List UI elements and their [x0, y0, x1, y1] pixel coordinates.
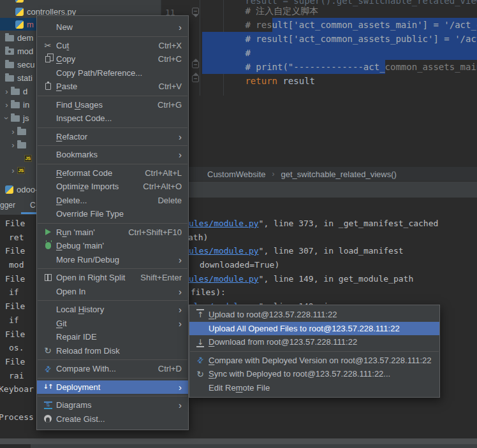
context-menu-item-repair-ide[interactable]: Repair IDE	[37, 330, 188, 344]
deployment-submenu-item-download-from-root-123-57-228-[interactable]: ↓Download from root@123.57.228.111:22	[189, 335, 439, 349]
deployment-submenu-item-upload-all-opened-files-to-roo[interactable]: Upload All Opened Files to root@123.57.2…	[189, 322, 439, 336]
debug-tab-c[interactable]: C	[30, 201, 36, 210]
menu-separator	[38, 36, 187, 37]
deployment-submenu-item-compare-with-deployed-version-[interactable]: ⇄Compare with Deployed Version on root@1…	[189, 354, 439, 368]
context-menu-item-run-main[interactable]: Run 'main'Ctrl+Shift+F10	[37, 226, 188, 240]
menu-separator	[38, 223, 187, 224]
tree-row[interactable]	[0, 0, 161, 4]
menu-item-label: Git	[56, 319, 170, 328]
context-menu-item-compare-with[interactable]: ⇄Compare With...Ctrl+D	[37, 362, 188, 376]
context-menu-item-delete[interactable]: Delete...Delete	[37, 194, 188, 208]
context-menu-item-open-in[interactable]: Open In›	[37, 285, 188, 299]
chevron-right-icon[interactable]: ›	[3, 100, 11, 110]
tree-item-label: dem	[17, 33, 33, 43]
context-menu-item-diagrams[interactable]: ⇅Diagrams›	[37, 398, 188, 412]
context-menu-item-local-history[interactable]: Local History›	[37, 303, 188, 317]
menu-item-shortcut: Ctrl+Alt+O	[143, 182, 182, 191]
fold-marker-icon[interactable]: –	[192, 61, 199, 68]
code-line: # result['act_common_assets_public'] = '…	[202, 32, 477, 46]
console-text: downloaded=True)	[200, 258, 279, 272]
context-menu-item-copy[interactable]: CopyCtrl+C	[37, 52, 188, 66]
menu-item-label: Bookmarks	[56, 150, 170, 159]
submenu-arrow-icon: ›	[179, 287, 182, 296]
context-menu-item-paste[interactable]: PasteCtrl+V	[37, 80, 188, 94]
menu-item-shortcut: Ctrl+D	[158, 364, 182, 373]
debug-session-title: odoo-	[17, 185, 38, 194]
console-text: File	[5, 272, 25, 286]
editor: 11 – – – result = super().get_switchable…	[161, 0, 477, 182]
context-menu-item-bookmarks[interactable]: Bookmarks›	[37, 148, 188, 162]
menu-item-label: Paste	[56, 82, 150, 91]
deployment-submenu-item-edit-remote-file[interactable]: Edit Remote File	[189, 381, 439, 395]
context-menu-item-find-usages[interactable]: Find UsagesCtrl+G	[37, 98, 188, 112]
menu-item-label: Open In	[56, 287, 170, 296]
context-menu: New›✂CutCtrl+XCopyCtrl+CCopy Path/Refere…	[36, 15, 189, 430]
deployment-submenu-item-sync-with-deployed-to-root-123[interactable]: ↻Sync with Deployed to root@123.57.228.1…	[189, 367, 439, 381]
context-menu-item-debug-main[interactable]: Debug 'main'	[37, 239, 188, 253]
fold-marker-icon[interactable]: –	[192, 75, 199, 82]
menu-item-label: Run 'main'	[56, 228, 119, 237]
menu-item-label: Upload to root@123.57.228.111:22	[209, 310, 433, 319]
context-menu-item-open-in-right-split[interactable]: Open in Right SplitShift+Enter	[37, 271, 188, 285]
stack-trace-link[interactable]: ules/module.py	[189, 246, 259, 256]
upload-icon: ↑	[194, 310, 206, 320]
menu-item-label: Open in Right Split	[56, 273, 131, 282]
console-text: files):	[191, 285, 226, 300]
breadcrumb-item-get-switchable-related-views[interactable]: get_switchable_related_views()	[281, 170, 397, 179]
gist-icon	[42, 414, 54, 424]
console-text: File	[5, 300, 25, 314]
console-text: ules/module.py", line 149, in get_module…	[189, 272, 413, 286]
menu-item-label: Optimize Imports	[56, 182, 134, 191]
menu-item-label: Compare with Deployed Version on root@12…	[209, 356, 433, 365]
splitter-bar[interactable]	[0, 438, 477, 444]
breadcrumb-item-customwebsite[interactable]: CustomWebsite	[207, 170, 266, 179]
deployment-submenu-item-upload-to-root-123-57-228-111-[interactable]: ↑Upload to root@123.57.228.111:22	[189, 308, 439, 322]
debug-tab-gger[interactable]: gger	[0, 201, 15, 210]
context-menu-item-new[interactable]: New›	[37, 20, 188, 34]
context-menu-item-reload-from-disk[interactable]: ↻Reload from Disk	[37, 344, 188, 358]
menu-item-shortcut: Ctrl+V	[159, 82, 182, 91]
python-file-icon	[15, 0, 24, 3]
console-text: ules/module.py", line 373, in _get_manif…	[189, 217, 438, 231]
debug-icon	[42, 241, 54, 251]
console-text: File	[5, 355, 25, 369]
context-menu-item-copy-path-reference[interactable]: Copy Path/Reference...	[37, 66, 188, 80]
console-text: ules/module.py", line 307, in load_manif…	[189, 244, 404, 258]
menu-item-label: Compare With...	[56, 364, 149, 373]
split-icon	[42, 273, 54, 283]
context-menu-item-override-file-type[interactable]: Override File Type	[37, 207, 188, 221]
context-menu-item-refactor[interactable]: Refactor›	[37, 130, 188, 144]
context-menu-item-deployment[interactable]: ↓↑Deployment›	[37, 380, 188, 394]
console-text: File	[5, 217, 25, 231]
menu-separator	[190, 351, 439, 352]
code-area[interactable]: result = super().get_switchable_related_…	[202, 4, 477, 88]
menu-item-label: Reload from Disk	[56, 346, 182, 356]
chevron-right-icon[interactable]: ›	[9, 166, 17, 175]
fold-marker-icon[interactable]: –	[192, 8, 199, 15]
context-menu-item-git[interactable]: Git›	[37, 317, 188, 331]
chevron-right-icon[interactable]: ›	[9, 127, 17, 136]
folder-icon	[17, 129, 26, 135]
context-menu-item-more-run-debug[interactable]: More Run/Debug›	[37, 253, 188, 267]
context-menu-item-inspect-code[interactable]: Inspect Code...	[37, 112, 188, 126]
deploy-icon: ↓↑	[42, 382, 54, 392]
code-line: # print("-------------act_common_assets_…	[202, 60, 477, 74]
chevron-right-icon[interactable]: ›	[9, 140, 17, 150]
console-text: if	[9, 314, 19, 328]
context-menu-item-reformat-code[interactable]: Reformat CodeCtrl+Alt+L	[37, 166, 188, 180]
status-bar	[0, 444, 477, 448]
folder-icon	[5, 75, 14, 82]
chevron-down-icon[interactable]: ›	[2, 114, 11, 122]
menu-item-label: Inspect Code...	[56, 113, 182, 123]
chevron-right-icon[interactable]: ›	[3, 87, 11, 96]
stack-trace-link[interactable]: ules/module.py	[189, 274, 259, 284]
compare-icon: ⇄	[194, 355, 206, 365]
context-menu-item-cut[interactable]: ✂CutCtrl+X	[37, 39, 188, 53]
menu-item-label: Repair IDE	[56, 332, 182, 342]
paste-icon	[42, 82, 54, 92]
menu-item-label: Find Usages	[56, 100, 149, 110]
menu-item-shortcut: Ctrl+G	[158, 100, 182, 110]
stack-trace-link[interactable]: ules/module.py	[189, 219, 259, 228]
context-menu-item-optimize-imports[interactable]: Optimize ImportsCtrl+Alt+O	[37, 180, 188, 194]
context-menu-item-create-gist[interactable]: Create Gist...	[37, 412, 188, 426]
